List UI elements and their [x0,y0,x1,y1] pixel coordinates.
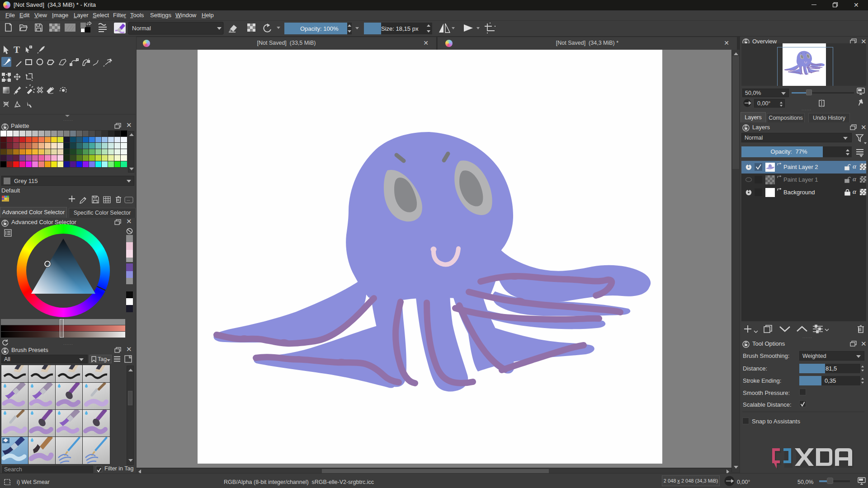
svg-text:...: ... [127,197,130,202]
svg-text:T: T [14,44,20,55]
svg-text:Size: 18,15 px: Size: 18,15 px [381,25,419,32]
svg-text:Opacity: 100%: Opacity: 100% [300,25,339,32]
svg-text:Normal: Normal [132,25,151,32]
